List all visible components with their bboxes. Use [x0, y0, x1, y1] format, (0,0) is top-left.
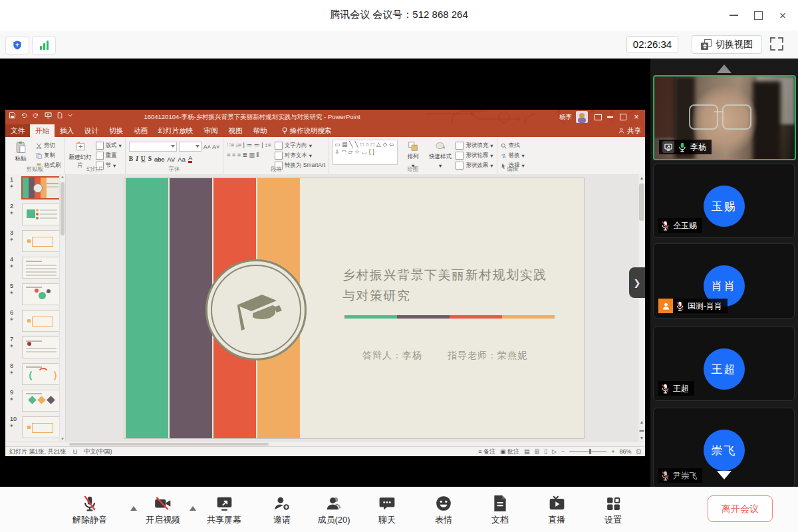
share-screen-button[interactable]: 共享屏幕: [196, 493, 252, 526]
ppt-minimize-button[interactable]: [604, 112, 616, 122]
slide-thumbnail-7[interactable]: 7✶: [5, 334, 65, 360]
ppt-tab-review[interactable]: 审阅: [199, 124, 223, 137]
ppt-tab-design[interactable]: 设计: [79, 124, 104, 137]
ppt-restore-button[interactable]: [617, 112, 629, 122]
ppt-tab-insert[interactable]: 插入: [55, 124, 79, 137]
paste-button[interactable]: 粘贴: [9, 140, 33, 163]
change-case-button[interactable]: Aa: [178, 156, 186, 163]
zoom-out-button[interactable]: −: [561, 448, 565, 455]
ppt-tab-help[interactable]: 帮助: [248, 124, 273, 137]
quick-access-toolbar[interactable]: [9, 112, 72, 118]
ppt-tab-slideshow[interactable]: 幻灯片放映: [153, 124, 199, 137]
font-color-button[interactable]: A: [188, 155, 192, 163]
comments-button[interactable]: ▣ 批注: [500, 448, 519, 456]
sidebar-collapse-tab[interactable]: ❯: [629, 267, 645, 298]
alignment-controls[interactable]: ≡ ≡ ≡ ≣ ▥ ⫴: [227, 152, 271, 159]
members-button[interactable]: 成员(20): [306, 493, 362, 526]
settings-button[interactable]: 设置: [585, 493, 641, 526]
view-slideshow-icon[interactable]: ▷: [552, 448, 557, 455]
unmute-button[interactable]: 解除静音: [62, 493, 118, 526]
font-name-combobox[interactable]: [129, 142, 177, 152]
char-spacing-button[interactable]: AV: [167, 156, 175, 163]
switch-view-button[interactable]: 切换视图: [692, 35, 762, 54]
minimize-button[interactable]: [724, 8, 743, 23]
participant-tile[interactable]: 王超 王超: [653, 327, 795, 401]
participant-tile[interactable]: 肖肖 国测-肖肖: [653, 243, 795, 319]
text-direction-button[interactable]: 文字方向 ▾: [275, 142, 325, 150]
notes-button[interactable]: ≡ 备注: [478, 448, 495, 456]
ppt-tab-view[interactable]: 视图: [223, 124, 248, 137]
leave-meeting-button[interactable]: 离开会议: [708, 495, 773, 522]
video-options-caret[interactable]: [190, 506, 196, 511]
slide-thumbnail-1[interactable]: 1✶: [5, 174, 65, 201]
thumbnail-scrollbar[interactable]: ▲▼: [59, 174, 65, 442]
fit-slide-icon[interactable]: ⊡: [636, 448, 641, 455]
slide-thumbnail-10[interactable]: 10✶: [5, 414, 65, 440]
slide-vertical-scrollbar[interactable]: ▲ ▲ ▬ ▼: [638, 174, 645, 442]
slide-title[interactable]: 乡村振兴背景下美丽新村规划实践 与对策研究: [342, 265, 566, 306]
shape-fill-button[interactable]: 形状填充 ▾: [456, 142, 493, 150]
ppt-account-avatar[interactable]: [576, 111, 588, 123]
shapes-gallery[interactable]: ▭▤╲╲□○ □△◇⇦⇩◠ ▱☆◡{}: [332, 140, 398, 165]
ppt-tab-animations[interactable]: 动画: [128, 124, 153, 137]
live-stream-button[interactable]: 直播: [529, 493, 585, 526]
slide-thumbnail-9[interactable]: 9✶: [5, 387, 65, 414]
slide-thumbnail-2[interactable]: 2✶: [5, 201, 65, 227]
ppt-tab-file[interactable]: 文件: [5, 124, 30, 137]
strikethrough-button[interactable]: abc: [154, 156, 164, 163]
chat-button[interactable]: 聊天: [359, 493, 415, 526]
bold-button[interactable]: B: [129, 156, 133, 162]
replace-button[interactable]: 替换 ▾: [501, 152, 525, 160]
accessibility-icon[interactable]: ⊔: [73, 448, 78, 455]
start-video-button[interactable]: 开启视频: [135, 493, 191, 526]
layout-button[interactable]: 版式 ▾: [96, 142, 122, 150]
invite-button[interactable]: 邀请: [254, 493, 310, 526]
language-indicator[interactable]: 中文(中国): [84, 448, 112, 456]
ppt-share-button[interactable]: 共享: [618, 124, 641, 137]
italic-button[interactable]: I: [136, 156, 138, 162]
close-button[interactable]: ×: [773, 8, 793, 23]
zoom-in-button[interactable]: +: [611, 448, 614, 455]
quick-styles-button[interactable]: 快速样式 ▾: [428, 140, 452, 169]
slide-thumbnail-6[interactable]: 6✶: [5, 307, 65, 334]
scroll-up-arrow-icon[interactable]: [717, 65, 732, 73]
underline-button[interactable]: U: [141, 156, 146, 162]
emoji-button[interactable]: 表情: [416, 493, 471, 526]
list-indent-controls[interactable]: ∷≡ ⁝≡ | ≔ ≕ | ↕≡: [227, 142, 271, 148]
cut-button[interactable]: 剪切: [36, 142, 61, 150]
ppt-tab-transitions[interactable]: 切换: [104, 124, 128, 137]
slide-thumbnail-5[interactable]: 5✶: [5, 281, 65, 307]
participant-tile[interactable]: 玉赐 仝玉赐: [653, 164, 795, 238]
slide-thumbnail-4[interactable]: 4✶: [5, 254, 65, 281]
arrange-button[interactable]: 排列 ▾: [401, 140, 425, 169]
scroll-down-arrow-icon[interactable]: [717, 471, 732, 479]
zoom-slider[interactable]: [569, 451, 606, 452]
grow-shrink-font[interactable]: A˄ A˅: [203, 144, 220, 150]
copy-button[interactable]: 复制: [36, 152, 61, 160]
view-normal-icon[interactable]: ▤: [524, 448, 530, 455]
maximize-button[interactable]: [748, 8, 768, 23]
shape-outline-button[interactable]: 形状轮廓 ▾: [456, 152, 493, 160]
share-screen-icon: [196, 493, 252, 513]
ppt-tab-home[interactable]: 开始: [30, 124, 55, 137]
docs-button[interactable]: 文档: [472, 493, 528, 526]
ppt-ribbon-options-button[interactable]: [592, 112, 604, 122]
ppt-close-button[interactable]: ×: [630, 112, 642, 122]
shadow-button[interactable]: S: [148, 156, 152, 162]
meeting-security-button[interactable]: [5, 36, 29, 55]
view-reading-icon[interactable]: ▯: [544, 448, 547, 455]
slide-canvas[interactable]: 乡村振兴背景下美丽新村规划实践 与对策研究 答辩人：李杨 指导老师：荣燕妮: [124, 178, 584, 438]
participant-tile-video[interactable]: 李杨: [653, 75, 796, 160]
find-button[interactable]: 查找: [501, 142, 525, 150]
align-text-button[interactable]: 对齐文本 ▾: [275, 152, 325, 160]
ppt-tell-me-search[interactable]: 操作说明搜索: [277, 124, 337, 137]
network-status-button[interactable]: [32, 36, 56, 55]
fullscreen-button[interactable]: [770, 37, 783, 51]
slide-thumbnail-3[interactable]: 3✶: [5, 227, 65, 254]
slide-subtitle[interactable]: 答辩人：李杨 指导老师：荣燕妮: [362, 350, 527, 362]
zoom-percentage[interactable]: 86%: [619, 448, 631, 455]
reset-button[interactable]: 重置: [96, 152, 122, 160]
view-sorter-icon[interactable]: ⊞: [534, 448, 539, 455]
slide-thumbnail-8[interactable]: 8✶: [5, 360, 65, 387]
font-size-combobox[interactable]: [179, 142, 201, 152]
